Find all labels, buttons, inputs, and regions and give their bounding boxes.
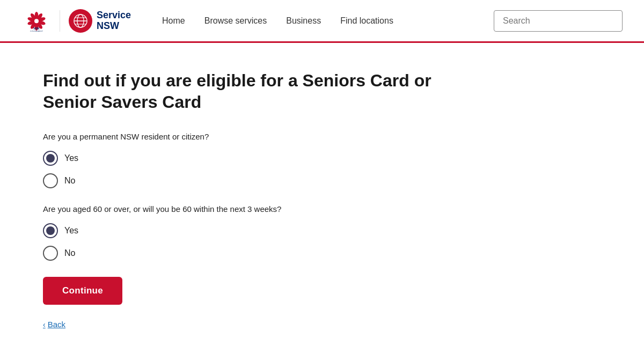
question1-section: Are you a permanent NSW resident or citi… [43,132,440,188]
question2-yes-label: Yes [64,226,78,236]
question2-yes-radio[interactable] [43,223,58,238]
svg-point-11 [34,19,39,23]
back-label: Back [48,320,65,329]
svg-text:NSW: NSW [33,27,39,30]
continue-section: Continue [43,277,440,320]
search-input[interactable] [494,10,623,32]
question2-section: Are you aged 60 or over, or will you be … [43,204,440,261]
page-title: Find out if you are eligible for a Senio… [43,70,440,113]
nav-business[interactable]: Business [276,11,331,31]
question1-no-label: No [64,176,75,186]
question2-text: Are you aged 60 or over, or will you be … [43,204,440,214]
question1-yes-option[interactable]: Yes [43,151,440,166]
continue-button[interactable]: Continue [43,277,122,305]
nsw-gov-logo: NSW GOVERNMENT [21,10,51,32]
main-content: Find out if you are eligible for a Senio… [0,43,483,338]
question1-no-option[interactable]: No [43,173,440,188]
nav-home[interactable]: Home [152,11,195,31]
back-link[interactable]: ‹ Back [43,320,440,329]
question1-radio-group: Yes No [43,151,440,188]
search-area [494,10,623,32]
question1-yes-radio[interactable] [43,151,58,166]
question2-no-option[interactable]: No [43,246,440,261]
service-nsw-logo: Service NSW [69,9,131,33]
question1-yes-label: Yes [64,153,78,163]
main-nav: Home Browse services Business Find locat… [152,11,494,31]
logo-divider [60,10,60,32]
nsw-flower-icon: NSW GOVERNMENT [26,10,47,32]
question1-text: Are you a permanent NSW resident or citi… [43,132,440,141]
question2-no-radio[interactable] [43,246,58,261]
question2-yes-option[interactable]: Yes [43,223,440,238]
nav-find-locations[interactable]: Find locations [331,11,403,31]
question2-no-label: No [64,248,75,258]
service-nsw-globe-icon [70,11,91,31]
back-chevron-icon: ‹ [43,320,46,329]
svg-text:GOVERNMENT: GOVERNMENT [30,31,43,32]
service-nsw-text: Service NSW [97,10,131,32]
service-nsw-circle-icon [69,9,92,33]
logo-area: NSW GOVERNMENT Service NSW [21,9,131,33]
header: NSW GOVERNMENT Service NSW [0,0,644,43]
question2-radio-group: Yes No [43,223,440,261]
question1-no-radio[interactable] [43,173,58,188]
nav-browse-services[interactable]: Browse services [195,11,276,31]
